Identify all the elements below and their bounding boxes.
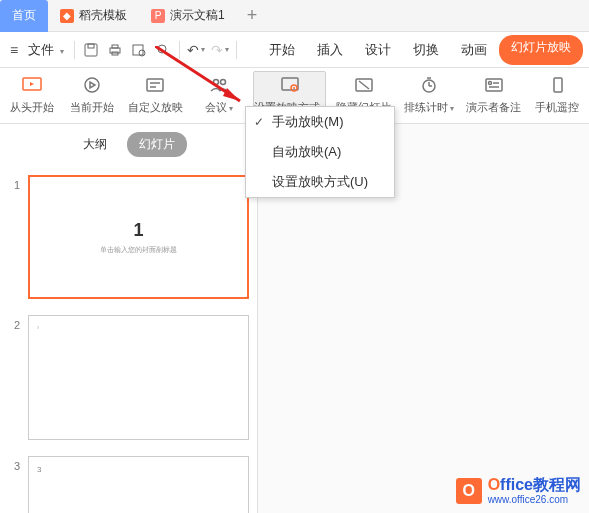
- tab-label: 首页: [12, 7, 36, 24]
- slide-thumbnail-2[interactable]: ›: [28, 315, 249, 439]
- svg-rect-18: [282, 78, 298, 90]
- svg-point-28: [488, 82, 491, 85]
- ribbon-tabs: 开始 插入 设计 切换 动画 幻灯片放映: [259, 35, 583, 65]
- slide-panel: 大纲 幻灯片 1 1 单击输入您的封面副标题 2 › 3 3: [0, 124, 258, 513]
- thumbnail-list[interactable]: 1 1 单击输入您的封面副标题 2 › 3 3: [0, 165, 257, 513]
- panel-tabs: 大纲 幻灯片: [0, 124, 257, 165]
- meeting-button[interactable]: 会议▾: [193, 71, 245, 117]
- svg-point-20: [293, 87, 295, 89]
- dropdown-item-manual[interactable]: ✓ 手动放映(M): [246, 107, 394, 137]
- play-from-start-icon: [19, 73, 45, 97]
- separator: [236, 41, 237, 59]
- watermark-url: www.office26.com: [488, 494, 581, 505]
- svg-rect-27: [486, 79, 502, 91]
- tab-document[interactable]: P 演示文稿1: [139, 0, 237, 32]
- slides-tab[interactable]: 幻灯片: [127, 132, 187, 157]
- menu-bar: ≡ 文件 ▾ ↶▾ ↷▾ 开始 插入 设计 切换 动画 幻灯片放映: [0, 32, 589, 68]
- chevron-down-icon: ▾: [229, 104, 233, 113]
- from-beginning-button[interactable]: 从头开始: [6, 71, 58, 117]
- presentation-icon: P: [151, 9, 165, 23]
- thumbnail-row: 3 3: [0, 452, 257, 513]
- outline-tab[interactable]: 大纲: [71, 132, 119, 157]
- svg-rect-0: [85, 44, 97, 56]
- svg-rect-13: [147, 79, 163, 91]
- fire-icon: ◆: [60, 9, 74, 23]
- svg-line-22: [359, 81, 369, 89]
- play-current-icon: [79, 73, 105, 97]
- watermark-title: Office教程网: [488, 476, 581, 494]
- setup-show-dropdown: ✓ 手动放映(M) 自动放映(A) 设置放映方式(U): [245, 106, 395, 198]
- tab-templates[interactable]: ◆ 稻壳模板: [48, 0, 139, 32]
- tab-insert[interactable]: 插入: [307, 35, 353, 65]
- thumbnail-row: 1 1 单击输入您的封面副标题: [0, 171, 257, 311]
- slide-thumbnail-1[interactable]: 1 单击输入您的封面副标题: [28, 175, 249, 299]
- setup-show-icon: [277, 73, 303, 97]
- slide-number: 3: [8, 456, 20, 472]
- new-tab-button[interactable]: +: [237, 5, 268, 26]
- dropdown-item-auto[interactable]: 自动放映(A): [246, 137, 394, 167]
- find-icon[interactable]: [151, 38, 175, 62]
- watermark: O Office教程网 www.office26.com: [456, 476, 581, 505]
- svg-rect-3: [112, 45, 118, 48]
- svg-line-8: [165, 52, 169, 56]
- custom-show-button[interactable]: 自定义放映: [126, 71, 185, 117]
- tab-slideshow[interactable]: 幻灯片放映: [499, 35, 583, 65]
- separator: [179, 41, 180, 59]
- presenter-notes-button[interactable]: 演示者备注: [464, 71, 523, 117]
- svg-point-17: [220, 80, 225, 85]
- dropdown-item-setup[interactable]: 设置放映方式(U): [246, 167, 394, 197]
- save-icon[interactable]: [79, 38, 103, 62]
- print-icon[interactable]: [103, 38, 127, 62]
- tab-home[interactable]: 首页: [0, 0, 48, 32]
- rehearse-button[interactable]: 排练计时▾: [401, 71, 456, 117]
- tab-label: 稻壳模板: [79, 7, 127, 24]
- meeting-icon: [206, 73, 232, 97]
- timer-icon: [416, 73, 442, 97]
- svg-marker-12: [90, 82, 95, 88]
- file-menu[interactable]: 文件 ▾: [22, 41, 70, 59]
- phone-icon: [544, 73, 570, 97]
- custom-show-icon: [142, 73, 168, 97]
- slide-number: 2: [8, 315, 20, 331]
- from-current-button[interactable]: 当前开始: [66, 71, 118, 117]
- svg-rect-31: [554, 78, 562, 92]
- thumbnail-row: 2 ›: [0, 311, 257, 451]
- chevron-down-icon: ▾: [60, 47, 64, 56]
- redo-icon[interactable]: ↷▾: [208, 38, 232, 62]
- svg-point-16: [213, 80, 218, 85]
- check-icon: ✓: [254, 115, 264, 129]
- tab-animation[interactable]: 动画: [451, 35, 497, 65]
- print-preview-icon[interactable]: [127, 38, 151, 62]
- document-tab-bar: 首页 ◆ 稻壳模板 P 演示文稿1 +: [0, 0, 589, 32]
- notes-icon: [481, 73, 507, 97]
- hide-slide-icon: [351, 73, 377, 97]
- phone-remote-button[interactable]: 手机遥控: [531, 71, 583, 117]
- watermark-logo: O: [456, 478, 482, 504]
- tab-design[interactable]: 设计: [355, 35, 401, 65]
- tab-transition[interactable]: 切换: [403, 35, 449, 65]
- chevron-down-icon: ▾: [450, 104, 454, 113]
- tab-start[interactable]: 开始: [259, 35, 305, 65]
- slide-number: 1: [8, 175, 20, 191]
- svg-point-11: [85, 78, 99, 92]
- separator: [74, 41, 75, 59]
- slide-thumbnail-3[interactable]: 3: [28, 456, 249, 513]
- tab-label: 演示文稿1: [170, 7, 225, 24]
- svg-rect-1: [88, 44, 94, 48]
- hamburger-icon[interactable]: ≡: [6, 42, 22, 58]
- svg-point-7: [158, 45, 166, 53]
- undo-icon[interactable]: ↶▾: [184, 38, 208, 62]
- svg-marker-10: [30, 82, 34, 86]
